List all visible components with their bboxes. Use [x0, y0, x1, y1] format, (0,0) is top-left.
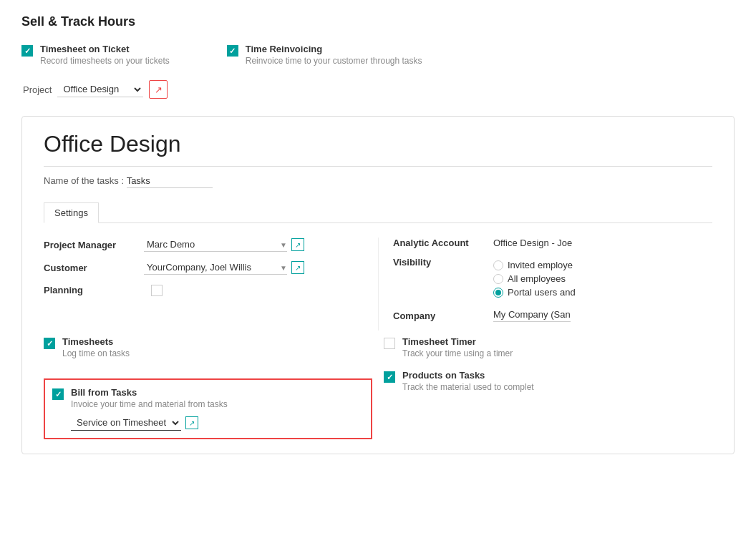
visibility-portal-radio[interactable] — [493, 288, 503, 298]
timesheet-timer-option: Timesheet Timer Track your time using a … — [384, 336, 712, 358]
visibility-invited: Invited employe — [493, 260, 576, 270]
timesheet-on-ticket-title: Timesheet on Ticket — [40, 44, 170, 54]
service-ext-link[interactable]: ↗ — [185, 416, 198, 429]
project-manager-ext-link[interactable]: ↗ — [291, 238, 304, 251]
service-select[interactable]: Service on Timesheet — [71, 415, 181, 431]
visibility-invited-label: Invited employe — [508, 260, 573, 270]
planning-row: Planning — [44, 283, 364, 296]
tab-settings[interactable]: Settings — [44, 202, 99, 223]
products-on-tasks-text: Products on Tasks Track the material use… — [402, 370, 534, 392]
customer-value-wrap: YourCompany, Joel Willis ▼ ↗ — [144, 260, 364, 275]
customer-ext-link[interactable]: ↗ — [291, 261, 304, 274]
project-manager-value-wrap: Marc Demo ▼ ↗ — [144, 238, 364, 252]
bill-from-tasks-inner: Bill from Tasks Invoice your time and ma… — [52, 387, 364, 409]
timesheet-timer-desc: Track your time using a timer — [402, 348, 513, 358]
analytic-account-label: Analytic Account — [393, 238, 493, 248]
company-value: My Company (San — [493, 309, 571, 322]
planning-label: Planning — [44, 285, 144, 295]
timesheet-on-ticket-text: Timesheet on Ticket Record timesheets on… — [40, 44, 170, 66]
visibility-all: All employees — [493, 273, 576, 284]
task-name-row: Name of the tasks : Tasks — [44, 175, 712, 188]
visibility-row: Visibility Invited employe All employees… — [393, 257, 712, 300]
project-select[interactable]: Office Design — [57, 82, 143, 97]
company-label: Company — [393, 310, 493, 321]
timesheets-option: Timesheets Log time on tasks — [44, 336, 372, 358]
card-title: Office Design — [44, 131, 712, 167]
visibility-all-radio[interactable] — [493, 274, 503, 284]
page-title: Sell & Track Hours — [21, 14, 735, 29]
visibility-portal: Portal users and — [493, 287, 576, 298]
bill-from-tasks-box: Bill from Tasks Invoice your time and ma… — [44, 378, 372, 439]
timesheet-timer-text: Timesheet Timer Track your time using a … — [402, 336, 513, 358]
visibility-portal-label: Portal users and — [508, 287, 576, 298]
products-on-tasks-checkbox[interactable] — [384, 371, 395, 383]
project-external-link[interactable]: ↗ — [149, 80, 168, 99]
time-reinvoicing-checkbox[interactable] — [227, 45, 238, 57]
visibility-label: Visibility — [393, 257, 493, 268]
customer-select[interactable]: YourCompany, Joel Willis — [144, 260, 287, 275]
project-row: Project Office Design ↗ — [21, 80, 735, 99]
top-options-row: Timesheet on Ticket Record timesheets on… — [21, 44, 735, 66]
bill-from-tasks-text: Bill from Tasks Invoice your time and ma… — [71, 387, 228, 409]
settings-left: Project Manager Marc Demo ▼ ↗ Customer Y… — [44, 238, 378, 331]
visibility-group: Invited employe All employees Portal use… — [493, 260, 576, 300]
customer-dropdown-arrow: ▼ — [280, 264, 287, 272]
time-reinvoicing-title: Time Reinvoicing — [246, 44, 422, 54]
project-manager-dropdown-arrow: ▼ — [280, 241, 287, 249]
timesheet-timer-title: Timesheet Timer — [402, 336, 513, 347]
settings-grid: Project Manager Marc Demo ▼ ↗ Customer Y… — [44, 238, 712, 331]
visibility-all-label: All employees — [508, 273, 566, 284]
settings-right: Analytic Account Office Design - Joe Vis… — [378, 238, 712, 331]
bill-from-tasks-desc: Invoice your time and material from task… — [71, 399, 228, 409]
company-row: Company My Company (San — [393, 309, 712, 322]
timesheet-timer-checkbox[interactable] — [384, 338, 395, 349]
bill-from-tasks-checkbox[interactable] — [52, 388, 64, 400]
analytic-account-value: Office Design - Joe — [493, 238, 572, 248]
bill-from-tasks-title: Bill from Tasks — [71, 387, 228, 398]
timesheet-on-ticket-desc: Record timesheets on your tickets — [40, 56, 170, 66]
planning-checkbox[interactable] — [151, 285, 163, 296]
timesheets-checkbox[interactable] — [44, 338, 55, 349]
products-on-tasks-option: Products on Tasks Track the material use… — [384, 370, 712, 439]
timesheets-text: Timesheets Log time on tasks — [62, 336, 130, 358]
timesheets-desc: Log time on tasks — [62, 348, 130, 358]
timesheets-title: Timesheets — [62, 336, 130, 347]
timesheet-on-ticket-checkbox[interactable] — [21, 45, 33, 57]
products-on-tasks-desc: Track the material used to complet — [402, 382, 534, 392]
time-reinvoicing-option: Time Reinvoicing Reinvoice time to your … — [227, 44, 422, 66]
project-manager-label: Project Manager — [44, 240, 144, 250]
bottom-options: Timesheets Log time on tasks Timesheet T… — [44, 336, 712, 439]
visibility-invited-radio[interactable] — [493, 260, 503, 270]
project-manager-select[interactable]: Marc Demo — [144, 238, 287, 252]
customer-row: Customer YourCompany, Joel Willis ▼ ↗ — [44, 260, 364, 275]
project-label: Project — [23, 84, 52, 95]
tabs: Settings — [44, 202, 712, 223]
time-reinvoicing-desc: Reinvoice time to your customer through … — [246, 56, 422, 66]
project-card: Office Design Name of the tasks : Tasks … — [21, 116, 735, 454]
timesheet-on-ticket-option: Timesheet on Ticket Record timesheets on… — [21, 44, 170, 66]
analytic-account-row: Analytic Account Office Design - Joe — [393, 238, 712, 248]
task-name-label: Name of the tasks : — [44, 175, 124, 186]
task-name-value: Tasks — [127, 175, 213, 188]
time-reinvoicing-text: Time Reinvoicing Reinvoice time to your … — [246, 44, 422, 66]
service-row: Service on Timesheet ↗ — [71, 415, 364, 431]
project-manager-row: Project Manager Marc Demo ▼ ↗ — [44, 238, 364, 252]
customer-label: Customer — [44, 263, 144, 273]
products-on-tasks-title: Products on Tasks — [402, 370, 534, 381]
